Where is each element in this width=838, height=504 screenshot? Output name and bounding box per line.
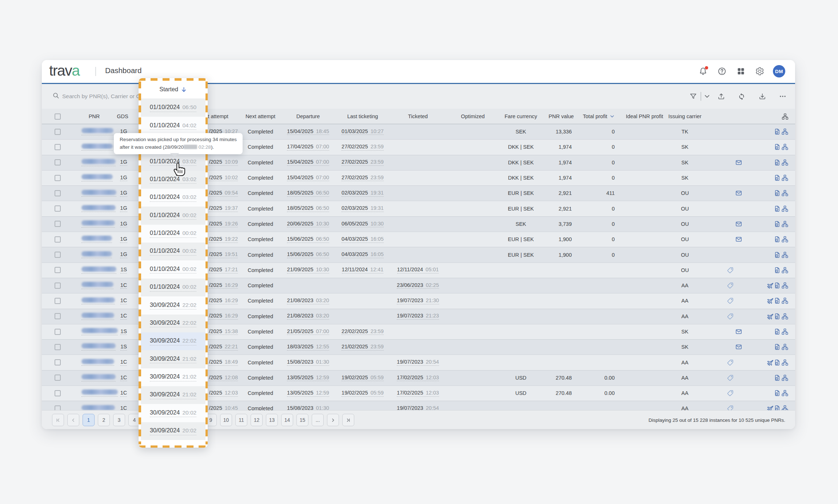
last-ticketing-value[interactable]: 22/02/202523:59 (342, 328, 384, 335)
sitemap-icon[interactable] (782, 405, 789, 410)
pnr-redacted[interactable] (81, 405, 115, 410)
sitemap-icon[interactable] (782, 205, 789, 212)
download-icon[interactable] (759, 93, 766, 100)
departure-value[interactable]: 21/08/202303:20 (287, 313, 329, 320)
gds-value[interactable]: 1C (120, 405, 127, 410)
row-checkbox[interactable] (55, 144, 61, 150)
started-value-row[interactable]: 30/09/202422:02 (141, 315, 205, 332)
started-value-row[interactable]: 30/09/202420:02 (141, 404, 205, 422)
row-checkbox[interactable] (55, 236, 61, 243)
last-ticketing-value[interactable]: 06/05/202510:30 (342, 221, 384, 228)
history-icon[interactable] (774, 374, 781, 381)
chevron-down-icon[interactable] (703, 93, 711, 100)
departure-value[interactable]: 15/04/202507:00 (287, 175, 329, 181)
mail-icon[interactable] (735, 344, 742, 351)
last-ticketing-value[interactable]: 12/11/202412:41 (342, 267, 384, 273)
departure-value[interactable]: 15/08/202301:30 (287, 359, 329, 366)
sitemap-icon[interactable] (782, 267, 789, 273)
ticketed-value[interactable]: 19/07/202320:54 (397, 405, 439, 410)
page-ellipsis-button[interactable]: ... (312, 414, 324, 426)
tag-icon[interactable] (727, 359, 734, 366)
row-checkbox[interactable] (55, 159, 61, 165)
user-avatar[interactable]: DM (773, 65, 785, 77)
sitemap-icon[interactable] (782, 374, 789, 381)
last-ticketing-value[interactable]: 02/03/202519:31 (342, 190, 384, 197)
started-value-row[interactable]: 01/10/202400:02 (141, 225, 205, 243)
pnr-redacted[interactable] (81, 343, 116, 351)
sitemap-icon[interactable] (782, 359, 789, 366)
departure-value[interactable]: 17/04/202507:00 (287, 144, 329, 151)
started-value-row[interactable]: 30/09/202421:02 (141, 368, 205, 386)
history-icon[interactable] (774, 251, 781, 258)
page-button-3[interactable]: 3 (113, 414, 125, 426)
tag-icon[interactable] (727, 374, 734, 381)
plane-crossed-icon[interactable] (767, 297, 774, 304)
last-ticketing-value[interactable]: 27/02/202523:59 (342, 175, 384, 181)
page-button-10[interactable]: 10 (220, 414, 232, 426)
departure-value[interactable]: 21/08/202303:20 (287, 297, 329, 304)
started-value-row[interactable]: 01/10/202400:02 (141, 260, 205, 278)
row-checkbox[interactable] (55, 283, 61, 289)
trava-logo[interactable]: trava (49, 62, 80, 79)
ticketed-value[interactable]: 17/02/202512:03 (397, 375, 439, 381)
last-attempt-value[interactable]: /202512:03 (209, 390, 238, 397)
gds-value[interactable]: 1C (120, 313, 127, 320)
column-header-ticketed[interactable]: Ticketed (389, 109, 447, 124)
ticketed-value[interactable]: 23/06/202302:25 (397, 282, 439, 289)
last-ticketing-value[interactable]: 19/02/202505:59 (342, 390, 384, 397)
plane-crossed-icon[interactable] (767, 282, 774, 289)
gds-value[interactable]: 1G (120, 175, 127, 181)
last-page-button[interactable] (342, 414, 354, 426)
last-attempt-value[interactable]: /202510:45 (209, 405, 238, 410)
last-attempt-value[interactable]: /202519:37 (209, 205, 238, 212)
row-checkbox[interactable] (55, 405, 61, 410)
history-icon[interactable] (774, 159, 781, 166)
started-value-row[interactable]: 30/09/202422:02 (141, 296, 205, 314)
pnr-redacted[interactable] (81, 190, 116, 197)
last-attempt-value[interactable]: /202515:38 (209, 328, 238, 335)
gds-value[interactable]: 1S (120, 344, 127, 351)
row-checkbox[interactable] (55, 175, 61, 181)
sitemap-icon[interactable] (782, 236, 789, 243)
last-ticketing-value[interactable]: 01/03/202510:27 (342, 128, 384, 135)
departure-value[interactable]: 15/04/202507:00 (287, 159, 329, 166)
last-attempt-value[interactable]: /202517:21 (209, 267, 238, 273)
mail-icon[interactable] (735, 159, 742, 166)
mail-icon[interactable] (735, 220, 742, 227)
mail-icon[interactable] (735, 328, 742, 335)
ticketed-value[interactable]: 19/07/202321:23 (397, 313, 439, 320)
help-icon[interactable] (718, 67, 726, 76)
gds-value[interactable]: 1G (120, 221, 127, 228)
sitemap-icon[interactable] (782, 344, 789, 351)
pnr-redacted[interactable] (81, 236, 112, 243)
last-attempt-value[interactable]: /202516:29 (209, 282, 238, 289)
tag-icon[interactable] (727, 313, 734, 320)
next-page-button[interactable] (327, 414, 339, 426)
tag-icon[interactable] (727, 282, 734, 289)
plane-crossed-icon[interactable] (767, 359, 774, 366)
pnr-redacted[interactable] (81, 128, 113, 135)
sitemap-icon[interactable] (782, 190, 789, 197)
history-icon[interactable] (774, 313, 781, 320)
gds-value[interactable]: 1G (120, 251, 127, 258)
row-checkbox[interactable] (55, 129, 61, 135)
sitemap-icon[interactable] (782, 390, 789, 397)
gds-value[interactable]: 1G (120, 159, 127, 166)
pnr-redacted[interactable] (81, 297, 115, 305)
departure-value[interactable]: 20/06/202510:30 (287, 221, 329, 228)
history-icon[interactable] (774, 144, 781, 151)
history-icon[interactable] (774, 405, 781, 410)
row-checkbox[interactable] (55, 313, 61, 319)
started-value-row[interactable]: 30/09/202421:02 (141, 386, 205, 404)
last-ticketing-value[interactable]: 04/03/202516:05 (342, 251, 384, 258)
row-checkbox[interactable] (55, 252, 61, 258)
plane-crossed-icon[interactable] (767, 313, 774, 320)
started-value-row[interactable]: 30/09/202422:02 (141, 332, 205, 350)
row-checkbox[interactable] (55, 221, 61, 227)
departure-value[interactable]: 15/06/202506:50 (287, 251, 329, 258)
pnr-redacted[interactable] (81, 267, 116, 274)
upload-icon[interactable] (718, 93, 725, 100)
sitemap-icon[interactable] (782, 282, 789, 289)
last-ticketing-value[interactable]: 27/02/202523:59 (342, 159, 384, 166)
page-button-15[interactable]: 15 (296, 414, 308, 426)
